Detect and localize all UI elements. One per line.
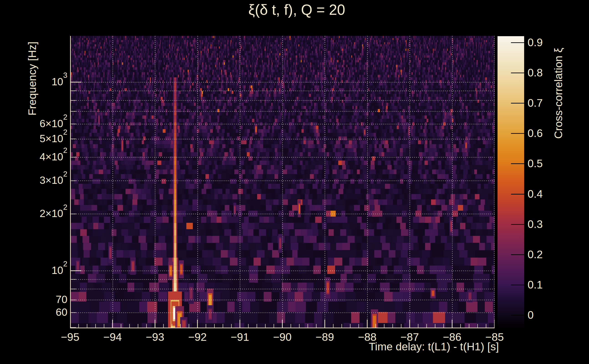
colorbar-tick-label: 0.3: [528, 219, 543, 230]
colorbar-tick-label: 0.7: [528, 98, 543, 109]
colorbar-tick: [511, 133, 524, 134]
colorbar-tick-label: 0.9: [528, 37, 543, 48]
colorbar-title: Cross-correlation ξ: [553, 48, 564, 139]
spectrogram-heatmap: [70, 36, 495, 328]
colorbar-tick: [511, 285, 524, 285]
y-tick-label: 102: [52, 265, 67, 275]
x-tick-label: −90: [273, 332, 292, 343]
y-tick-label: 70: [56, 294, 67, 305]
colorbar-tick-label: 0.4: [528, 188, 543, 200]
x-tick-label: −93: [146, 332, 164, 343]
colorbar-tick-label: 0.1: [528, 279, 543, 290]
x-tick-label: −95: [61, 332, 79, 343]
y-tick-label: 6×102: [39, 118, 67, 129]
colorbar-tick: [511, 254, 524, 255]
colorbar-tick-label: 0.2: [528, 249, 543, 260]
colorbar-tick-label: 0.8: [528, 67, 543, 78]
x-tick-label: −91: [230, 332, 249, 343]
colorbar-tick: [511, 224, 524, 225]
chart-title: ξ(δ t, f), Q = 20: [248, 2, 345, 18]
figure: ξ(δ t, f), Q = 20 Frequency [Hz] 1036×10…: [0, 0, 589, 364]
y-tick-label: 103: [52, 77, 67, 87]
y-tick-label: 3×102: [39, 175, 67, 185]
colorbar-tick: [511, 315, 524, 316]
x-axis-title: Time delay: t(L1) - t(H1) [s]: [369, 341, 499, 352]
colorbar-tick: [511, 72, 524, 73]
colorbar-tick: [511, 42, 524, 43]
y-tick-label: 4×102: [39, 151, 67, 162]
colorbar-tick: [511, 163, 524, 164]
colorbar-tick: [511, 103, 524, 104]
y-tick-label: 5×102: [39, 133, 67, 144]
y-axis-title: Frequency [Hz]: [27, 42, 38, 116]
y-tick-label: 60: [56, 307, 67, 317]
colorbar-tick-label: 0.5: [528, 158, 543, 169]
y-tick-label: 2×102: [39, 208, 67, 219]
x-tick-label: −92: [188, 332, 207, 343]
colorbar-tick-label: 0: [528, 310, 534, 321]
colorbar-tick-label: 0.6: [528, 128, 543, 139]
colorbar-tick: [511, 194, 524, 195]
x-tick-label: −94: [103, 332, 122, 343]
x-tick-label: −89: [315, 332, 334, 343]
